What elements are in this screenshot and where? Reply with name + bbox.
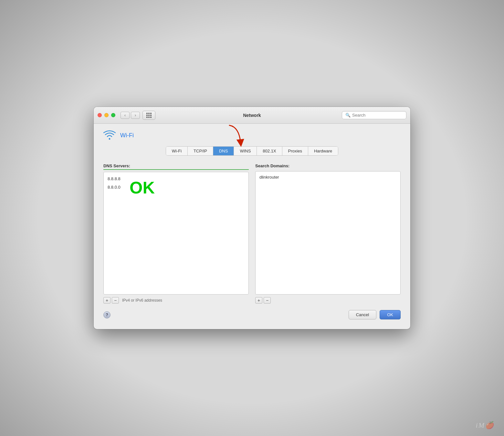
dns-hint: IPv4 or IPv6 addresses [122,298,162,303]
search-domains-label: Search Domains: [255,163,401,169]
dns-servers-label: DNS Servers: [103,163,249,170]
nav-buttons: ‹ › [121,112,140,119]
search-domain-entry-1[interactable]: dlinkrouter [258,174,398,180]
tab-802-1x[interactable]: 802.1X [257,147,282,155]
minimize-button[interactable] [104,113,109,117]
dns-servers-box[interactable]: 8.8.8.8 8.8.0.0 OK [103,172,249,295]
action-buttons: Cancel OK [349,310,401,319]
back-button[interactable]: ‹ [121,112,130,119]
grid-icon [146,113,152,118]
search-icon: 🔍 [345,113,351,118]
content-area: Wi-Fi Wi-Fi TCP/IP DNS WINS 802.1X Proxi… [94,124,410,329]
grid-view-button[interactable] [142,111,155,120]
svg-point-0 [109,138,110,140]
tab-wifi[interactable]: Wi-Fi [166,147,188,155]
help-button[interactable]: ? [103,311,110,318]
network-window: ‹ › Network 🔍 Wi-Fi [94,107,410,329]
search-add-button[interactable]: + [255,297,262,304]
tabs-container: Wi-Fi TCP/IP DNS WINS 802.1X Proxies Har… [103,146,401,156]
ok-button[interactable]: OK [380,310,401,319]
search-domains-box[interactable]: dlinkrouter [255,171,401,295]
window-title: Network [243,113,261,118]
watermark: iM🍎 [476,421,494,430]
close-button[interactable] [98,113,102,117]
dns-remove-button[interactable]: − [112,297,119,304]
search-domains-panel: Search Domains: dlinkrouter + − [255,163,401,304]
titlebar: ‹ › Network 🔍 [94,107,410,124]
search-bar[interactable]: 🔍 [342,111,406,119]
tab-tcpip[interactable]: TCP/IP [188,147,213,155]
search-input[interactable] [352,113,403,118]
dns-servers-panel: DNS Servers: 8.8.8.8 8.8.0.0 OK + − IPv4… [103,163,249,304]
wifi-icon [103,130,116,140]
forward-button[interactable]: › [131,112,140,119]
panels: DNS Servers: 8.8.8.8 8.8.0.0 OK + − IPv4… [103,163,401,304]
cancel-button[interactable]: Cancel [349,310,376,319]
tab-proxies[interactable]: Proxies [282,147,308,155]
wifi-header: Wi-Fi [103,130,401,140]
tabs: Wi-Fi TCP/IP DNS WINS 802.1X Proxies Har… [166,146,339,156]
wifi-label: Wi-Fi [120,132,134,139]
dns-entry-1[interactable]: 8.8.8.8 [106,175,246,183]
red-arrow-annotation [223,124,249,150]
tab-hardware[interactable]: Hardware [308,147,338,155]
dns-add-button[interactable]: + [103,297,110,304]
dns-entry-2[interactable]: 8.8.0.0 [106,183,246,192]
maximize-button[interactable] [111,113,115,117]
traffic-lights [98,113,115,117]
bottom-bar: ? Cancel OK [103,310,401,319]
search-controls: + − [255,297,401,304]
search-remove-button[interactable]: − [264,297,271,304]
dns-controls: + − IPv4 or IPv6 addresses [103,297,249,304]
